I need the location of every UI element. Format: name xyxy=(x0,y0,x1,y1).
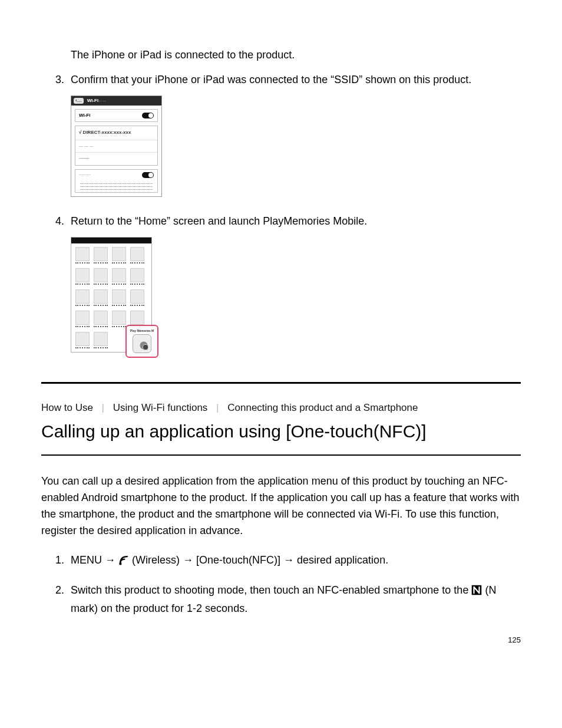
playmemories-label: Play Memories M xyxy=(130,329,154,334)
title-underline xyxy=(41,454,521,456)
step-4-text: Return to the “Home” screen and launch P… xyxy=(71,213,521,230)
icon-row xyxy=(71,286,151,305)
wifi-settings-figure: ‹… Wi-Fi …… Wi-Fi √ DIRECT-xxxx:xxx-xxx … xyxy=(71,95,162,197)
home-screen-figure: Play Memories M xyxy=(71,237,152,353)
nfc-step-2-pre: Switch this product to shooting mode, th… xyxy=(71,584,471,596)
divider xyxy=(80,183,153,184)
wireless-icon xyxy=(118,554,129,571)
lens-dot-icon xyxy=(143,344,148,350)
nfc-step-1-pre: MENU → xyxy=(71,554,118,566)
playmemories-app-icon xyxy=(133,334,151,353)
nfc-step-2: Switch this product to shooting mode, th… xyxy=(67,582,521,617)
breadcrumb: How to Use | Using Wi-Fi functions | Con… xyxy=(41,400,521,416)
page-number: 125 xyxy=(508,634,521,646)
wifi-ssid-connected: √ DIRECT-xxxx:xxx-xxx xyxy=(75,126,157,139)
section-divider xyxy=(41,382,521,384)
divider xyxy=(80,186,153,187)
icon-row xyxy=(71,243,151,262)
nfc-step-1: MENU → (Wireless) → [One-touch(NFC)] → d… xyxy=(67,552,521,571)
breadcrumb-2: Using Wi-Fi functions xyxy=(113,402,208,413)
step-3-text: Confirm that your iPhone or iPad was con… xyxy=(71,72,521,88)
playmemories-callout: Play Memories M xyxy=(125,325,158,358)
wifi-toggle-row: Wi-Fi xyxy=(75,109,158,122)
wifi-networks-card: √ DIRECT-xxxx:xxx-xxx — — — ········· xyxy=(75,126,158,166)
home-status-bar xyxy=(71,238,151,243)
icon-row xyxy=(71,307,151,326)
wifi-ask-card: ········· xyxy=(75,169,158,192)
breadcrumb-3: Connecting this product and a Smartphone xyxy=(227,402,418,413)
nfc-step-1-mid: (Wireless) → [One-touch(NFC)] → desired … xyxy=(132,554,388,566)
toggle-on-icon-2 xyxy=(142,172,154,178)
svg-rect-0 xyxy=(120,562,122,565)
ask-label: ········· xyxy=(79,172,91,179)
step-3: Confirm that your iPhone or iPad was con… xyxy=(67,72,521,197)
prev-step-result: The iPhone or iPad is connected to the p… xyxy=(71,47,521,64)
wifi-fig-title-dots: …… xyxy=(98,98,107,103)
divider xyxy=(80,189,153,190)
wifi-other-row-1: — — — xyxy=(75,140,157,153)
wifi-fig-header: ‹… Wi-Fi …… xyxy=(71,96,161,106)
icon-row xyxy=(71,265,151,284)
wifi-label: Wi-Fi xyxy=(79,112,90,119)
n-mark-icon xyxy=(471,584,482,601)
back-icon: ‹… xyxy=(74,98,84,104)
step-4: Return to the “Home” screen and launch P… xyxy=(67,213,521,353)
breadcrumb-sep: | xyxy=(96,402,110,413)
breadcrumb-1: How to Use xyxy=(41,402,93,413)
breadcrumb-sep: | xyxy=(210,402,224,413)
wifi-other-row-2: ········· xyxy=(75,152,157,165)
wifi-fig-title: Wi-Fi xyxy=(87,97,98,104)
toggle-on-icon xyxy=(142,113,154,118)
intro-paragraph: You can call up a desired application fr… xyxy=(41,473,521,539)
page-title: Calling up an application using [One-tou… xyxy=(41,418,521,446)
